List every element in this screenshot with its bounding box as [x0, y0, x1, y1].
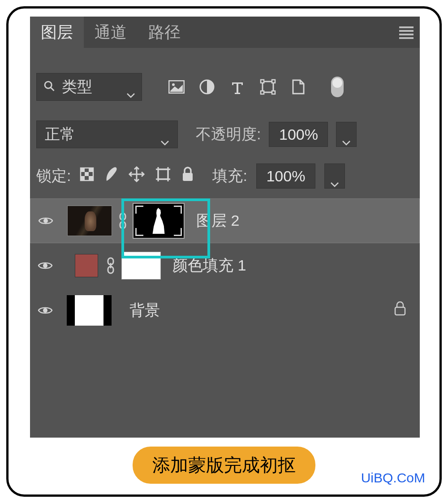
lock-icon[interactable] [394, 301, 406, 319]
panel-menu-icon[interactable] [399, 26, 414, 40]
lock-label: 锁定: [36, 166, 71, 186]
lock-icons [80, 166, 194, 186]
chevron-down-icon [330, 173, 339, 179]
lock-position-icon[interactable] [128, 166, 145, 186]
visibility-toggle[interactable] [37, 215, 55, 226]
svg-rect-15 [89, 176, 93, 181]
lock-transparency-icon[interactable] [80, 167, 94, 185]
svg-rect-11 [81, 168, 85, 172]
opacity-label: 不透明度: [196, 124, 261, 145]
filter-type-icon[interactable] [229, 78, 246, 95]
fill-stepper[interactable] [324, 163, 345, 189]
chevron-down-icon [342, 132, 351, 137]
opacity-stepper[interactable] [336, 122, 357, 147]
search-icon [43, 78, 56, 96]
lock-row: 锁定: 填充: 100% [30, 163, 420, 189]
layer-mask-thumbnail[interactable] [133, 203, 185, 239]
layer-row-layer2[interactable]: 图层 2 [30, 198, 420, 243]
filter-smartobject-icon[interactable] [290, 78, 307, 95]
layer-list: 图层 2 颜色填充 1 [30, 198, 420, 333]
solid-color-thumbnail[interactable] [75, 254, 98, 277]
chevron-down-icon [160, 132, 169, 137]
svg-rect-18 [158, 169, 168, 179]
svg-rect-33 [395, 307, 405, 315]
svg-line-1 [51, 87, 54, 90]
layer-name[interactable]: 背景 [129, 300, 160, 321]
fill-value[interactable]: 100% [256, 163, 315, 189]
tab-channels[interactable]: 通道 [84, 17, 138, 48]
svg-rect-12 [89, 168, 93, 172]
svg-rect-9 [272, 91, 275, 94]
filter-shape-icon[interactable] [259, 78, 276, 95]
lock-image-icon[interactable] [104, 166, 118, 186]
opacity-value[interactable]: 100% [269, 122, 328, 147]
tab-bar-spacer [191, 17, 420, 48]
chevron-down-icon [126, 84, 135, 90]
tutorial-caption: 添加蒙版完成初抠 [133, 447, 315, 484]
filter-pixel-icon[interactable] [168, 78, 185, 95]
mask-silhouette-icon [149, 208, 168, 234]
layer-mask-thumbnail[interactable] [121, 252, 161, 279]
svg-rect-6 [261, 80, 264, 83]
visibility-toggle[interactable] [36, 305, 54, 316]
layer-row-background[interactable]: 背景 [30, 288, 420, 333]
fill-label: 填充: [212, 166, 247, 186]
layer-thumbnail[interactable] [67, 295, 112, 326]
svg-point-24 [43, 219, 48, 223]
layers-panel: 图层 通道 路径 类型 [30, 17, 420, 438]
kind-label: 类型 [62, 77, 92, 97]
blend-mode-row: 正常 不透明度: 100% [30, 120, 420, 148]
visibility-toggle[interactable] [36, 260, 54, 271]
tutorial-frame: 图层 通道 路径 类型 [6, 6, 442, 497]
blend-mode-value: 正常 [45, 124, 75, 145]
watermark: UiBQ.CoM [361, 470, 425, 486]
blend-mode-select[interactable]: 正常 [36, 120, 178, 148]
svg-rect-14 [81, 176, 85, 181]
svg-rect-7 [272, 80, 275, 83]
svg-point-28 [43, 263, 47, 268]
tab-layers[interactable]: 图层 [30, 17, 84, 48]
layer-thumbnail[interactable] [67, 206, 112, 236]
link-icon[interactable] [117, 212, 128, 230]
filter-adjustment-icon[interactable] [198, 78, 215, 95]
layer-name[interactable]: 颜色填充 1 [172, 255, 246, 276]
lock-all-icon[interactable] [181, 167, 194, 185]
layer-row-colorfill1[interactable]: 颜色填充 1 [30, 243, 420, 288]
panel-tabs: 图层 通道 路径 [30, 17, 420, 48]
link-icon[interactable] [105, 257, 116, 275]
layer-kind-select[interactable]: 类型 [36, 73, 142, 101]
tab-paths[interactable]: 路径 [138, 17, 191, 48]
svg-rect-23 [183, 173, 193, 181]
svg-point-3 [172, 83, 175, 86]
layer-filter-icons [168, 77, 344, 97]
filter-toggle[interactable] [331, 77, 344, 97]
layer-name[interactable]: 图层 2 [196, 211, 239, 231]
svg-point-32 [43, 308, 47, 313]
svg-rect-8 [261, 91, 264, 94]
svg-point-0 [45, 82, 52, 88]
svg-rect-13 [85, 172, 89, 176]
layer-filter-row: 类型 [30, 73, 420, 101]
lock-artboard-icon[interactable] [155, 166, 171, 186]
